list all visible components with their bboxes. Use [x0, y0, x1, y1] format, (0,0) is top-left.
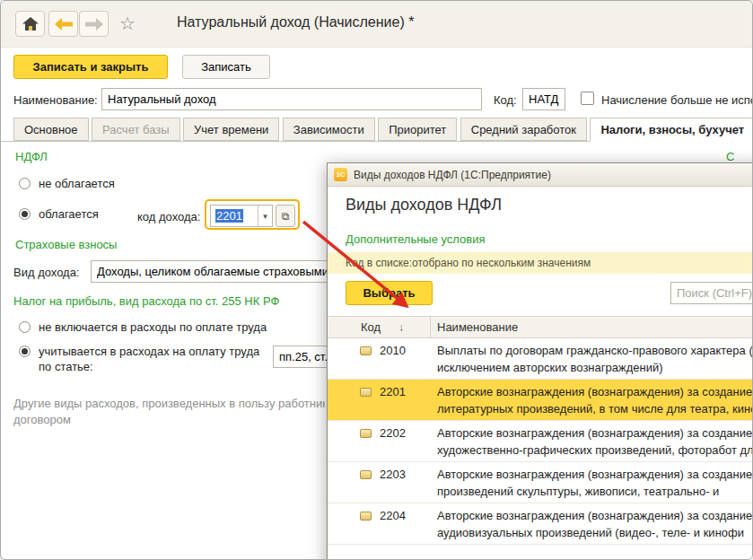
row-code: 2203 [380, 468, 406, 481]
app-window: ☆ Натуральный доход (Начисление) * Запис… [0, 0, 753, 560]
radio-not-taxed-label: не облагается [39, 177, 115, 190]
favorites-star-icon[interactable]: ☆ [119, 13, 136, 34]
row-description: Авторские вознаграждения (вознаграждения… [437, 424, 753, 459]
tab-calc-base: Расчет базы [92, 118, 180, 141]
flag-label: Начисление больше не используется [601, 93, 753, 107]
table-row[interactable]: 2010 Выплаты по договорам гражданско-пра… [328, 338, 753, 380]
column-header-name[interactable]: Наименование [431, 317, 753, 337]
home-button[interactable] [15, 11, 45, 37]
section-ndfl: НДФЛ [15, 150, 48, 163]
table-header: Код ↓ Наименование [328, 316, 753, 338]
tab-taxes[interactable]: Налоги, взносы, бухучет [590, 118, 753, 142]
row-description: Авторские вознаграждения (вознаграждения… [437, 507, 753, 541]
code-label: Код: [494, 93, 517, 107]
page-title: Натуральный доход (Начисление) * [177, 14, 414, 31]
section-profit-tax: Налог на прибыль, вид расхода по ст. 255… [13, 294, 279, 308]
income-code-label: код дохода: [137, 210, 200, 223]
tab-average[interactable]: Средний заработок [460, 118, 587, 141]
radio-taxed-label: облагается [39, 207, 99, 221]
home-icon [22, 17, 39, 31]
row-description: Авторские вознаграждения (вознаграждения… [437, 466, 753, 500]
catalog-item-icon [360, 512, 372, 521]
main-toolbar: ☆ Натуральный доход (Начисление) * [1, 1, 752, 48]
chevron-down-icon[interactable]: ▾ [258, 206, 272, 226]
tab-time[interactable]: Учет времени [183, 118, 279, 141]
code-input[interactable] [522, 88, 565, 110]
name-label: Наименование: [13, 93, 98, 107]
tab-bar: Основное Расчет базы Учет времени Зависи… [1, 118, 752, 142]
income-types-dialog: 1С Виды доходов НДФЛ (1С:Предприятие) Ви… [327, 162, 753, 560]
catalog-item-icon [360, 346, 372, 355]
tab-main[interactable]: Основное [13, 118, 89, 141]
table-row[interactable]: 2204 Авторские вознаграждения (вознаграж… [328, 503, 753, 545]
radio-not-taxed[interactable]: не облагается [19, 177, 115, 190]
row-code: 2202 [380, 426, 406, 440]
back-button[interactable] [48, 11, 78, 37]
table-row[interactable]: 2202 Авторские вознаграждения (вознаграж… [328, 421, 753, 462]
sort-desc-icon: ↓ [398, 321, 404, 334]
top-right-link[interactable]: С [726, 150, 734, 163]
catalog-item-icon [360, 429, 372, 438]
additional-conditions-link[interactable]: Дополнительные условия [346, 232, 486, 246]
income-type-label: Вид дохода: [13, 266, 80, 279]
row-description: Выплаты по договорам гражданско-правовог… [437, 342, 753, 376]
forward-button[interactable] [79, 11, 109, 37]
save-button[interactable]: Записать [182, 55, 270, 79]
name-input[interactable] [101, 88, 482, 110]
column-header-code[interactable]: Код ↓ [328, 317, 431, 337]
radio-circle-icon [19, 321, 31, 333]
forward-arrow-icon [85, 18, 103, 31]
radio-included-label-line1: учитывается в расходах на оплату труда [39, 344, 259, 359]
radio-included[interactable]: учитывается в расходах на оплату труда п… [19, 344, 259, 374]
search-input[interactable] [670, 282, 753, 304]
radio-circle-icon [19, 208, 31, 220]
back-arrow-icon [55, 18, 73, 31]
table-row[interactable]: 2203 Авторские вознаграждения (вознаграж… [328, 462, 753, 503]
radio-not-included[interactable]: не включается в расходы по оплате труда [19, 320, 267, 334]
income-code-field[interactable]: 2201 ▾ [210, 205, 273, 227]
radio-taxed[interactable]: облагается [19, 207, 99, 221]
table-body: 2010 Выплаты по договорам гражданско-пра… [328, 338, 753, 545]
catalog-item-icon [360, 470, 372, 479]
flag-checkbox[interactable] [581, 92, 594, 105]
dialog-titlebar: 1С Виды доходов НДФЛ (1С:Предприятие) [328, 163, 753, 187]
tab-dependencies[interactable]: Зависимости [283, 118, 375, 141]
row-description: Авторские вознаграждения (вознаграждения… [437, 383, 753, 417]
save-and-close-button[interactable]: Записать и закрыть [13, 55, 168, 79]
1c-logo-icon: 1С [334, 168, 347, 181]
row-code: 2204 [380, 509, 406, 522]
tab-priority[interactable]: Приоритет [378, 118, 457, 141]
catalog-item-icon [360, 388, 372, 397]
open-choice-button[interactable]: ⧉ [276, 205, 295, 227]
radio-circle-icon [19, 178, 31, 189]
table-row-selected[interactable]: 2201 Авторские вознаграждения (вознаграж… [328, 380, 753, 421]
dialog-titlebar-text: Виды доходов НДФЛ (1С:Предприятие) [354, 169, 551, 181]
select-button[interactable]: Выбрать [346, 281, 433, 305]
row-code: 2201 [380, 385, 406, 398]
radio-circle-icon [19, 346, 31, 357]
row-code: 2010 [380, 344, 406, 357]
other-expenses-note: Другие виды расходов, произведенных в по… [13, 396, 325, 428]
radio-included-label-line2: по статье: [39, 359, 259, 374]
income-code-value: 2201 [215, 209, 243, 223]
section-insurance: Страховые взносы [15, 238, 117, 251]
radio-not-included-label: не включается в расходы по оплате труда [39, 320, 267, 334]
filter-info-bar: Код в списке:отобрано по нескольким знач… [328, 252, 753, 274]
dialog-title: Виды доходов НДФЛ [346, 196, 502, 214]
